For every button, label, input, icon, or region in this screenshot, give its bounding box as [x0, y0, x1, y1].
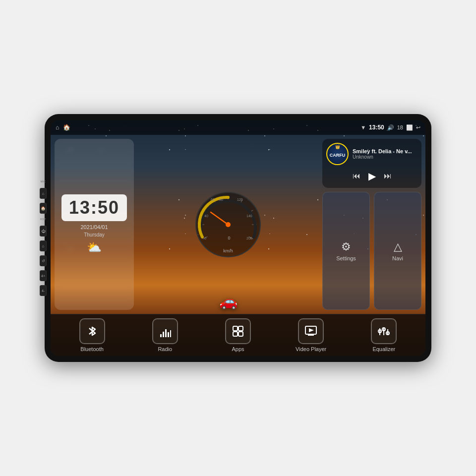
battery-icon: ⬜	[406, 124, 413, 131]
svg-text:200: 200	[246, 237, 252, 240]
bluetooth-icon	[85, 324, 99, 338]
radio-icon-wrap	[152, 318, 178, 344]
svg-marker-30	[309, 328, 314, 332]
quick-buttons-row: ⚙ Settings △ Navi	[322, 192, 421, 310]
video-player-icon	[304, 324, 318, 338]
svg-rect-24	[170, 330, 171, 337]
svg-text:40: 40	[204, 214, 208, 218]
svg-text:0: 0	[228, 236, 230, 240]
video-player-icon-wrap	[298, 318, 324, 344]
settings-icon: ⚙	[341, 240, 351, 253]
status-left: ⌂ 🏠	[56, 124, 70, 131]
apps-icon	[231, 324, 245, 338]
prev-button[interactable]: ⏮	[353, 172, 360, 180]
radio-icon	[158, 324, 172, 338]
speed-unit: km/h	[223, 248, 233, 253]
clock-date: 2021/04/01	[61, 224, 127, 230]
crown-icon: 👑	[335, 145, 340, 149]
back-side-icon: ↺	[42, 259, 45, 263]
music-logo: 👑 CARFU	[326, 143, 349, 165]
bluetooth-icon-wrap	[79, 318, 105, 344]
equalizer-label: Equalizer	[372, 346, 395, 352]
equalizer-icon	[377, 324, 391, 338]
rst-label: RST	[40, 218, 47, 221]
video-player-label: Video Player	[296, 346, 326, 352]
car-icon: 🚗	[219, 293, 238, 310]
svg-text:0: 0	[204, 237, 206, 240]
svg-rect-28	[238, 332, 243, 336]
back-icon[interactable]: ↩	[416, 124, 420, 131]
status-right: ▼ 13:50 🔊 18 ⬜ ↩	[360, 124, 420, 131]
home2-side-button[interactable]: 🏠	[40, 203, 47, 214]
video-player-app-item[interactable]: Video Player	[291, 318, 331, 352]
svg-text:60: 60	[211, 198, 215, 201]
mic-label: MIC	[40, 180, 47, 183]
music-artist: Unknown	[353, 154, 417, 160]
power-side-button[interactable]: ⏻	[40, 226, 47, 237]
status-time: 13:50	[369, 124, 384, 131]
home2-status-icon[interactable]: 🏠	[63, 124, 70, 131]
status-bar: ⌂ 🏠 ▼ 13:50 🔊 18 ⬜ ↩	[51, 120, 425, 135]
main-content: 13:50 2021/04/01 Thursday ⛅	[51, 135, 425, 356]
svg-rect-22	[165, 329, 167, 337]
vol-down-button[interactable]: 4-	[40, 285, 47, 296]
speedometer: 0 80 120 140 200 40 60 0 km/h	[193, 190, 263, 259]
bluetooth-app-item[interactable]: Bluetooth	[72, 318, 112, 352]
music-title: Smiley ft. Delia - Ne v...	[353, 148, 417, 154]
home-status-icon[interactable]: ⌂	[56, 124, 59, 131]
home3-side-button[interactable]: ⌂	[40, 240, 47, 251]
navi-button[interactable]: △ Navi	[374, 192, 421, 310]
right-panel: 👑 CARFU Smiley ft. Delia - Ne v... Unkno…	[322, 139, 421, 310]
wifi-icon: ▼	[360, 124, 366, 130]
svg-text:120: 120	[237, 198, 243, 201]
svg-point-11	[226, 222, 231, 227]
power-icon: ⏻	[41, 229, 45, 234]
home-side-button[interactable]: ⌂	[40, 188, 47, 199]
car-head-unit: MIC ⌂ 🏠 RST ⏻ ⌂ ↺ 4+ 4- ⌂ 🏠 ▼ 13:50 🔊 18	[45, 114, 431, 362]
navi-label: Navi	[392, 255, 403, 261]
radio-app-item[interactable]: Radio	[145, 318, 185, 352]
svg-rect-27	[233, 332, 238, 336]
vol-up-icon: 4+	[41, 274, 45, 278]
music-controls: ⏮ ▶ ⏭	[326, 168, 417, 184]
radio-label: Radio	[158, 346, 172, 352]
home2-side-icon: 🏠	[41, 206, 46, 211]
equalizer-app-item[interactable]: Equalizer	[364, 318, 404, 352]
clock-day: Thursday	[61, 232, 127, 238]
svg-rect-25	[233, 326, 238, 331]
back-side-button[interactable]: ↺	[40, 255, 47, 266]
clock-widget: 13:50 2021/04/01 Thursday ⛅	[55, 139, 134, 310]
vol-down-icon: 4-	[42, 289, 45, 293]
volume-icon: 🔊	[387, 124, 394, 131]
volume-level: 18	[397, 124, 403, 130]
equalizer-icon-wrap	[371, 318, 397, 344]
music-info: Smiley ft. Delia - Ne v... Unknown	[353, 148, 417, 160]
screen: ⌂ 🏠 ▼ 13:50 🔊 18 ⬜ ↩	[51, 120, 425, 356]
side-button-panel: MIC ⌂ 🏠 RST ⏻ ⌂ ↺ 4+ 4-	[40, 180, 47, 296]
play-button[interactable]: ▶	[368, 170, 376, 182]
clock-time: 13:50	[67, 197, 121, 218]
svg-rect-23	[168, 332, 169, 337]
apps-app-item[interactable]: Apps	[218, 318, 258, 352]
settings-label: Settings	[336, 255, 356, 261]
main-screen: ⌂ 🏠 ▼ 13:50 🔊 18 ⬜ ↩	[51, 120, 425, 356]
bluetooth-label: Bluetooth	[80, 346, 103, 352]
svg-rect-21	[163, 332, 164, 337]
speed-widget: 0 80 120 140 200 40 60 0 km/h	[138, 139, 318, 310]
svg-rect-26	[238, 326, 243, 331]
music-widget: 👑 CARFU Smiley ft. Delia - Ne v... Unkno…	[322, 139, 421, 188]
music-logo-text: CARFU	[330, 153, 346, 158]
navi-icon: △	[394, 240, 402, 253]
weather-icon: ⛅	[61, 240, 127, 254]
road-visual: 🚗	[138, 280, 318, 310]
settings-button[interactable]: ⚙ Settings	[322, 192, 370, 310]
svg-text:140: 140	[246, 214, 252, 218]
apps-icon-wrap	[225, 318, 251, 344]
vol-up-button[interactable]: 4+	[40, 270, 47, 281]
widgets-area: 13:50 2021/04/01 Thursday ⛅	[51, 135, 425, 314]
next-button[interactable]: ⏭	[384, 172, 392, 180]
svg-rect-20	[160, 334, 162, 337]
home-side-icon: ⌂	[42, 191, 45, 196]
svg-text:80: 80	[219, 198, 223, 201]
apps-label: Apps	[232, 346, 244, 352]
